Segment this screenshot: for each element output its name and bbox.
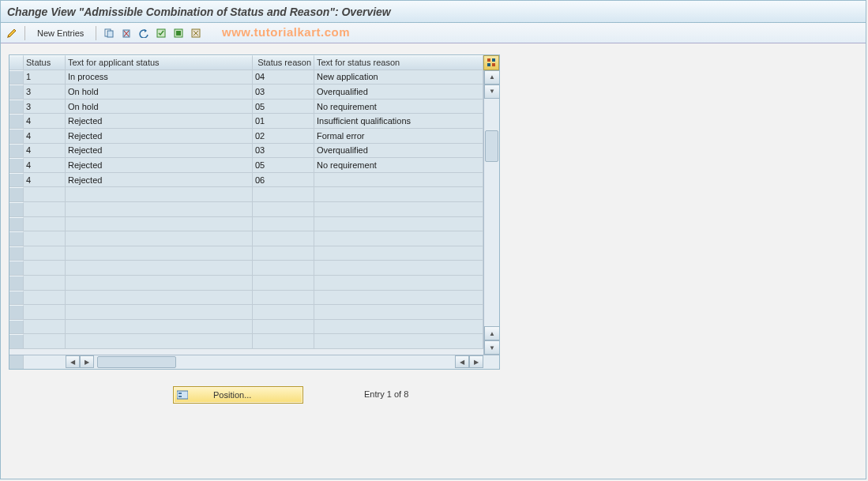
cell-text-applicant[interactable]: [66, 261, 253, 276]
cell-status-reason[interactable]: [253, 246, 314, 261]
cell-text-reason[interactable]: Formal error: [314, 129, 483, 144]
cell-status[interactable]: 4: [24, 158, 66, 173]
cell-status[interactable]: [24, 320, 66, 335]
cell-text-applicant[interactable]: [66, 305, 253, 320]
row-selector[interactable]: [9, 305, 24, 320]
cell-status[interactable]: [24, 231, 66, 246]
cell-status-reason[interactable]: 03: [253, 144, 314, 159]
row-selector[interactable]: [9, 276, 24, 291]
cell-text-applicant[interactable]: [66, 334, 253, 349]
cell-text-applicant[interactable]: Rejected: [66, 158, 253, 173]
row-selector[interactable]: [9, 85, 24, 100]
position-button[interactable]: Position...: [173, 386, 303, 404]
cell-status-reason[interactable]: [253, 305, 314, 320]
row-selector[interactable]: [9, 261, 24, 276]
cell-text-applicant[interactable]: Rejected: [66, 144, 253, 159]
hscroll-right2-icon[interactable]: ▶: [469, 355, 483, 368]
row-selector[interactable]: [9, 100, 24, 115]
cell-text-applicant[interactable]: [66, 320, 253, 335]
cell-text-reason[interactable]: [314, 276, 483, 291]
cell-text-applicant[interactable]: [66, 291, 253, 306]
cell-status-reason[interactable]: [253, 187, 314, 202]
cell-status[interactable]: 4: [24, 144, 66, 159]
row-selector[interactable]: [9, 114, 24, 129]
cell-status[interactable]: [24, 217, 66, 232]
cell-text-reason[interactable]: [314, 261, 483, 276]
cell-status-reason[interactable]: [253, 320, 314, 335]
cell-status-reason[interactable]: [253, 276, 314, 291]
table-config-icon[interactable]: [483, 55, 499, 70]
row-selector[interactable]: [9, 70, 24, 85]
cell-text-applicant[interactable]: [66, 231, 253, 246]
row-selector[interactable]: [9, 187, 24, 202]
row-selector[interactable]: [9, 217, 24, 232]
cell-text-reason[interactable]: No requirement: [314, 100, 483, 115]
change-toggle-icon[interactable]: [4, 25, 20, 41]
cell-status-reason[interactable]: [253, 217, 314, 232]
cell-text-reason[interactable]: [314, 217, 483, 232]
cell-status-reason[interactable]: 06: [253, 173, 314, 188]
cell-status[interactable]: 3: [24, 100, 66, 115]
row-selector[interactable]: [9, 158, 24, 173]
cell-text-applicant[interactable]: Rejected: [66, 114, 253, 129]
cell-text-reason[interactable]: No requirement: [314, 158, 483, 173]
cell-text-reason[interactable]: [314, 246, 483, 261]
hscroll-thumb[interactable]: [97, 356, 176, 368]
cell-status[interactable]: [24, 187, 66, 202]
cell-status-reason[interactable]: 04: [253, 70, 314, 85]
cell-text-applicant[interactable]: Rejected: [66, 173, 253, 188]
cell-text-applicant[interactable]: [66, 276, 253, 291]
cell-text-applicant[interactable]: [66, 187, 253, 202]
cell-status-reason[interactable]: 01: [253, 114, 314, 129]
undo-icon[interactable]: [136, 25, 152, 41]
cell-status-reason[interactable]: [253, 202, 314, 217]
cell-status[interactable]: [24, 246, 66, 261]
copy-icon[interactable]: [101, 25, 117, 41]
scroll-down2-icon[interactable]: ▼: [484, 340, 499, 355]
cell-status[interactable]: 3: [24, 85, 66, 100]
cell-status[interactable]: 1: [24, 70, 66, 85]
scroll-thumb[interactable]: [485, 130, 498, 162]
cell-text-applicant[interactable]: On hold: [66, 85, 253, 100]
row-selector[interactable]: [9, 144, 24, 159]
cell-status[interactable]: [24, 202, 66, 217]
cell-status[interactable]: [24, 305, 66, 320]
cell-status-reason[interactable]: 02: [253, 129, 314, 144]
cell-text-reason[interactable]: [314, 334, 483, 349]
cell-text-applicant[interactable]: On hold: [66, 100, 253, 115]
cell-status[interactable]: [24, 276, 66, 291]
cell-text-reason[interactable]: Insufficient qualifications: [314, 114, 483, 129]
cell-status-reason[interactable]: [253, 231, 314, 246]
row-selector[interactable]: [9, 334, 24, 349]
cell-text-applicant[interactable]: [66, 202, 253, 217]
delete-icon[interactable]: [118, 25, 134, 41]
cell-status-reason[interactable]: [253, 291, 314, 306]
cell-text-reason[interactable]: [314, 305, 483, 320]
new-entries-button[interactable]: New Entries: [30, 25, 91, 41]
cell-status[interactable]: 4: [24, 173, 66, 188]
cell-text-applicant[interactable]: [66, 246, 253, 261]
cell-text-reason[interactable]: Overqualified: [314, 144, 483, 159]
cell-status[interactable]: [24, 261, 66, 276]
scroll-down-icon[interactable]: ▼: [484, 85, 499, 99]
cell-status[interactable]: [24, 334, 66, 349]
cell-status[interactable]: [24, 291, 66, 306]
cell-text-applicant[interactable]: In process: [66, 70, 253, 85]
hscroll-right-icon[interactable]: ▶: [80, 355, 94, 368]
cell-status-reason[interactable]: [253, 261, 314, 276]
cell-status-reason[interactable]: 03: [253, 85, 314, 100]
cell-status-reason[interactable]: 05: [253, 100, 314, 115]
cell-status-reason[interactable]: 05: [253, 158, 314, 173]
cell-text-reason[interactable]: [314, 202, 483, 217]
row-selector[interactable]: [9, 246, 24, 261]
row-selector[interactable]: [9, 202, 24, 217]
col-status[interactable]: Status: [24, 55, 66, 70]
scroll-up-icon[interactable]: ▲: [484, 70, 499, 85]
row-selector[interactable]: [9, 291, 24, 306]
cell-text-reason[interactable]: [314, 173, 483, 188]
scroll-up2-icon[interactable]: ▲: [484, 326, 499, 340]
cell-text-applicant[interactable]: [66, 217, 253, 232]
cell-status[interactable]: 4: [24, 129, 66, 144]
row-selector-header[interactable]: [9, 55, 24, 70]
cell-text-reason[interactable]: [314, 187, 483, 202]
